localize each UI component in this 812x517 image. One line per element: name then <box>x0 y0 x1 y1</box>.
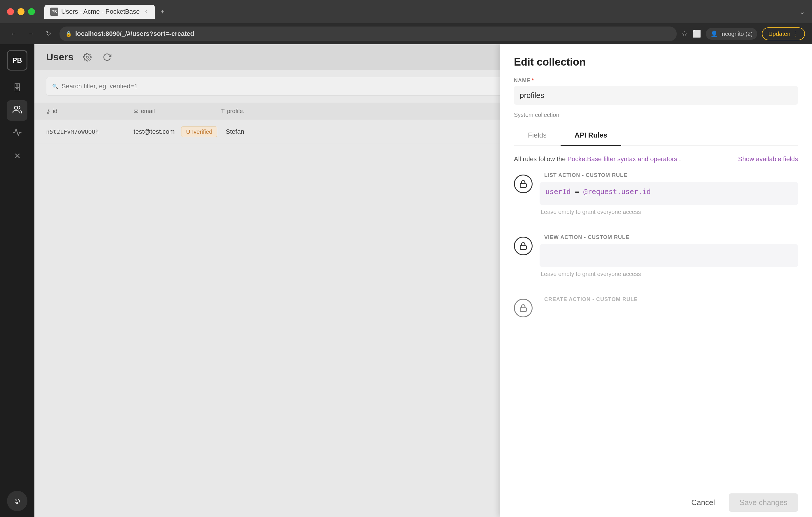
browser-dropdown-button[interactable]: ⌄ <box>799 7 805 16</box>
create-rule-header: CREATE ACTION - CUSTOM RULE <box>540 296 798 303</box>
address-host: localhost:8090/_/#/users?sort=-created <box>75 30 194 37</box>
sidebar-item-users[interactable] <box>7 100 27 121</box>
traffic-light-green[interactable] <box>28 8 35 15</box>
code-variable: userId <box>545 188 571 196</box>
svg-point-1 <box>86 56 88 58</box>
column-header-profile: T profile. <box>221 108 280 115</box>
update-dots-icon: ⋮ <box>793 30 799 37</box>
name-value: Stefan <box>226 128 244 135</box>
sidebar-item-database[interactable]: 🗄 <box>7 78 27 98</box>
show-available-fields-link[interactable]: Show available fields <box>738 155 798 163</box>
email-column-label: email <box>141 108 155 115</box>
sidebar-bot-button[interactable]: ☺ <box>7 491 27 511</box>
tab-fields[interactable]: Fields <box>514 125 560 146</box>
browser-toolbar: ← → ↻ 🔒 localhost:8090/_/#/users?sort=-c… <box>0 23 812 44</box>
view-rule-lock-icon <box>514 237 532 255</box>
back-button[interactable]: ← <box>7 27 20 40</box>
cancel-button[interactable]: Cancel <box>684 493 722 512</box>
email-value: test@test.com <box>134 128 175 135</box>
svg-rect-2 <box>520 184 526 187</box>
incognito-badge: 👤 Incognito (2) <box>706 28 757 40</box>
settings-icon[interactable] <box>81 51 94 64</box>
tab-title: Users - Acme - PocketBase <box>61 8 140 16</box>
cell-email: test@test.com Unverified <box>134 128 221 135</box>
tools-icon: ✕ <box>14 151 21 161</box>
create-rule-block: CREATE ACTION - CUSTOM RULE <box>514 296 798 327</box>
search-icon: 🔍 <box>52 84 58 89</box>
filter-syntax-link[interactable]: PocketBase filter syntax and operators <box>567 155 677 163</box>
incognito-label: Incognito (2) <box>720 31 753 37</box>
forward-button[interactable]: → <box>25 27 37 40</box>
bot-icon: ☺ <box>13 496 22 506</box>
edit-panel-footer: Cancel Save changes <box>500 488 812 517</box>
address-lock-icon: 🔒 <box>65 31 72 37</box>
traffic-light-red[interactable] <box>7 8 14 15</box>
unverified-badge: Unverified <box>181 126 217 137</box>
refresh-icon[interactable] <box>100 51 113 64</box>
bookmark-icon[interactable]: ☆ <box>682 30 688 38</box>
svg-point-0 <box>14 106 18 109</box>
cell-id: n5t2LFVM7oWQQQh <box>46 128 134 135</box>
svg-rect-3 <box>520 246 526 249</box>
analytics-icon <box>12 128 22 139</box>
address-bar[interactable]: 🔒 localhost:8090/_/#/users?sort=-created <box>59 27 677 41</box>
view-rule-content: VIEW ACTION - CUSTOM RULE Leave empty to… <box>540 234 798 277</box>
tab-bar: PB Users - Acme - PocketBase × + <box>44 5 794 19</box>
edit-panel-header: Edit collection NAME* System collection … <box>500 44 812 146</box>
reload-button[interactable]: ↻ <box>42 27 55 40</box>
database-icon: 🗄 <box>13 83 21 93</box>
active-tab[interactable]: PB Users - Acme - PocketBase × <box>44 5 155 19</box>
svg-rect-4 <box>520 308 526 311</box>
name-field-input[interactable] <box>514 86 798 104</box>
list-rule-lock-icon <box>514 175 532 193</box>
email-column-icon: ✉ <box>134 108 139 115</box>
create-rule-lock-icon <box>514 299 532 317</box>
users-icon <box>12 105 22 116</box>
view-rule-editor[interactable] <box>540 244 798 267</box>
code-value: @request.user.id <box>583 188 651 196</box>
name-field-label: NAME* <box>514 78 798 84</box>
column-header-email: ✉ email <box>134 108 221 115</box>
tab-close-button[interactable]: × <box>143 8 149 15</box>
new-tab-button[interactable]: + <box>157 6 168 17</box>
name-field-group: NAME* <box>514 78 798 104</box>
sidebar-logo[interactable]: PB <box>7 50 27 70</box>
list-rule-block: LIST ACTION - CUSTOM RULE userId = @requ… <box>514 172 798 225</box>
save-changes-button[interactable]: Save changes <box>729 493 798 512</box>
address-text: localhost:8090/_/#/users?sort=-created <box>75 30 194 38</box>
id-column-icon: ⚷ <box>46 108 51 115</box>
main-panel: Users ✕ 🔍 <box>34 44 812 517</box>
sidebar-item-tools[interactable]: ✕ <box>7 146 27 166</box>
create-rule-content: CREATE ACTION - CUSTOM RULE <box>540 296 798 306</box>
app-content: PB 🗄 ✕ <box>0 44 812 517</box>
tab-favicon: PB <box>50 7 58 16</box>
profile-column-icon: T <box>221 108 225 115</box>
rules-intro: All rules follow the PocketBase filter s… <box>514 155 798 163</box>
update-button[interactable]: Updaten ⋮ <box>762 27 805 40</box>
sidebar-item-analytics[interactable] <box>7 123 27 143</box>
system-collection-badge: System collection <box>514 112 798 118</box>
list-rule-editor[interactable]: userId = @request.user.id <box>540 182 798 205</box>
edit-panel-body: All rules follow the PocketBase filter s… <box>500 146 812 488</box>
column-header-id: ⚷ id <box>46 108 134 115</box>
split-window-icon[interactable]: ⬜ <box>692 30 701 38</box>
tab-api-rules[interactable]: API Rules <box>560 125 621 146</box>
incognito-avatar-icon: 👤 <box>710 30 718 37</box>
list-rule-content: LIST ACTION - CUSTOM RULE userId = @requ… <box>540 172 798 215</box>
edit-panel-title: Edit collection <box>514 56 798 68</box>
page-title: Users <box>46 51 74 63</box>
traffic-light-yellow[interactable] <box>18 8 25 15</box>
edit-tabs: Fields API Rules <box>514 125 798 146</box>
view-rule-hint: Leave empty to grant everyone access <box>540 271 798 277</box>
edit-collection-panel: Edit collection NAME* System collection … <box>500 44 812 517</box>
profile-column-label: profile. <box>227 108 244 115</box>
sidebar: PB 🗄 ✕ <box>0 44 34 517</box>
view-rule-header: VIEW ACTION - CUSTOM RULE <box>540 234 798 240</box>
logo-text: PB <box>12 56 22 64</box>
id-column-label: id <box>53 108 57 115</box>
list-rule-hint: Leave empty to grant everyone access <box>540 209 798 215</box>
update-label: Updaten <box>768 31 790 37</box>
traffic-lights <box>7 8 35 15</box>
code-operator: = <box>575 188 583 196</box>
browser-chrome: PB Users - Acme - PocketBase × + ⌄ ← → ↻… <box>0 0 812 44</box>
